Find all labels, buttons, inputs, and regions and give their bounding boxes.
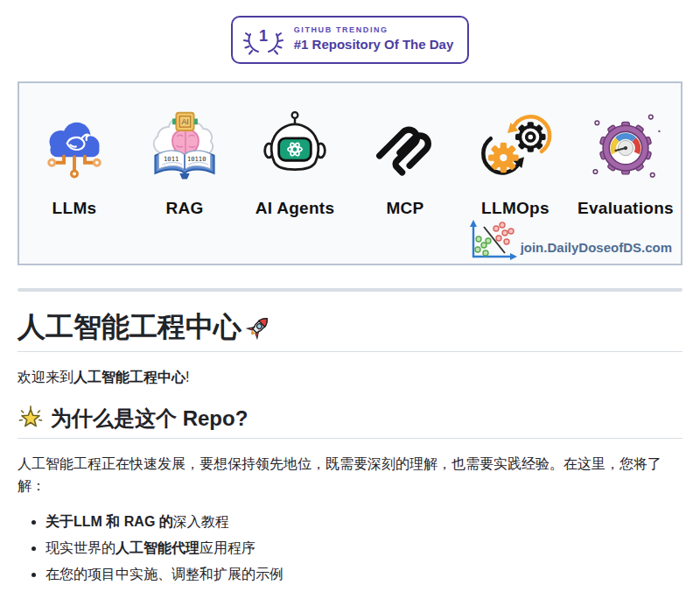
feature-list: 关于LLM 和 RAG 的深入教程 现实世界的人工智能代理应用程序 在您的项目中…	[18, 510, 682, 587]
hero-banner: LLMs AI	[18, 81, 682, 265]
banner-item-evaluations: Evaluations	[570, 108, 681, 223]
bullet-prefix: 现实世界的	[46, 540, 116, 555]
lead-paragraph: 人工智能工程正在快速发展，要想保持领先地位，既需要深刻的理解，也需要实践经验。在…	[18, 453, 682, 497]
banner-label-llms: LLMs	[52, 199, 97, 218]
robot-openai-icon	[254, 108, 336, 192]
svg-text:AI: AI	[181, 117, 188, 126]
banner-label-llmops: LLMOps	[481, 199, 550, 218]
banner-item-ai-agents: AI Agents	[240, 108, 350, 223]
bullet-bold: 人工智能代理	[116, 540, 200, 555]
list-item: 在您的项目中实施、调整和扩展的示例	[46, 562, 682, 586]
bullet-bold: 关于LLM 和 RAG 的	[46, 514, 173, 529]
bullet-rest: 深入教程	[173, 514, 229, 529]
banner-item-mcp: MCP	[350, 108, 460, 223]
banner-label-ai-agents: AI Agents	[256, 199, 335, 218]
watermark: join.DailyDoseofDS.com	[465, 218, 672, 262]
svg-text:10110: 10110	[187, 155, 206, 163]
banner-label-evaluations: Evaluations	[578, 199, 674, 218]
badge-title: #1 Repository Of The Day	[294, 37, 454, 53]
badge-text: GITHUB TRENDING #1 Repository Of The Day	[294, 25, 454, 53]
banner-label-mcp: MCP	[386, 199, 424, 218]
book-brain-ai-chip-icon: AI 1011 10110	[143, 108, 227, 192]
gauge-gear-icon	[584, 108, 668, 192]
mcp-logo-icon	[368, 108, 443, 192]
banner-item-llmops: LLMOps	[460, 108, 570, 223]
laurel-wreath-rank-icon: 1	[243, 22, 284, 57]
page-title: 人工智能工程中心	[18, 309, 682, 352]
readme-page: 1 GITHUB TRENDING #1 Repository Of The D…	[0, 16, 700, 592]
svg-text:1: 1	[259, 27, 268, 45]
rocket-emoji-icon	[245, 313, 273, 341]
page-title-text: 人工智能工程中心	[18, 309, 242, 344]
cloud-whale-circuit-icon	[34, 108, 115, 192]
badge-eyebrow: GITHUB TRENDING	[294, 25, 454, 35]
gears-cycle-icon	[472, 108, 559, 192]
watermark-text: join.DailyDoseofDS.com	[521, 240, 672, 262]
banner-icon-row: LLMs AI	[19, 83, 681, 223]
divider	[18, 288, 682, 292]
banner-label-rag: RAG	[165, 199, 203, 218]
intro-suffix: !	[186, 370, 189, 384]
badge-container: 1 GITHUB TRENDING #1 Repository Of The D…	[18, 16, 682, 64]
banner-item-llms: LLMs	[19, 108, 130, 223]
bullet-rest: 在您的项目中实施、调整和扩展的示例	[46, 567, 284, 581]
list-item: 现实世界的人工智能代理应用程序	[46, 536, 682, 560]
intro-paragraph: 欢迎来到人工智能工程中心!	[18, 366, 682, 389]
intro-bold: 人工智能工程中心	[74, 370, 186, 384]
section-heading-text: 为什么是这个 Repo?	[51, 405, 248, 432]
github-trending-badge[interactable]: 1 GITHUB TRENDING #1 Repository Of The D…	[231, 16, 470, 64]
list-item: 关于LLM 和 RAG 的深入教程	[46, 510, 682, 533]
glowing-star-emoji-icon	[18, 405, 44, 431]
section-heading: 为什么是这个 Repo?	[18, 405, 682, 439]
svg-text:1011: 1011	[164, 155, 178, 163]
banner-item-rag: AI 1011 10110 RAG	[130, 108, 240, 223]
intro-prefix: 欢迎来到	[18, 370, 74, 384]
scatter-plot-doodle-icon	[465, 218, 519, 262]
bullet-rest: 应用程序	[200, 540, 256, 555]
